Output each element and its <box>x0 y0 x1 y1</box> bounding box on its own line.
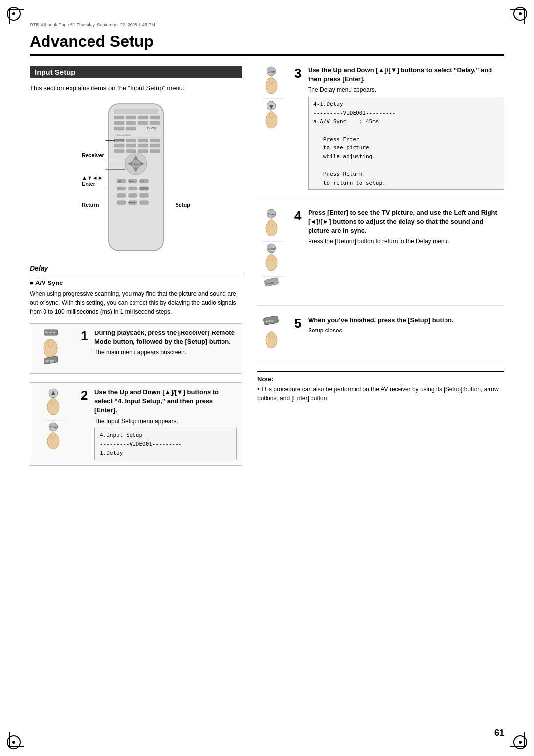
svg-point-81 <box>269 111 273 118</box>
corner-bl <box>9 732 24 747</box>
svg-point-67 <box>51 398 55 405</box>
step-2-bold: Use the Up and Down [▲]/[▼] buttons to s… <box>94 388 237 415</box>
svg-rect-43 <box>129 187 137 190</box>
svg-rect-27 <box>150 149 160 153</box>
svg-rect-6 <box>114 121 124 125</box>
svg-text:Muting: Muting <box>129 201 136 204</box>
corner-tr <box>510 9 525 24</box>
step-3-menu: 4-1.Delay ---------VIDEO01--------- a.A/… <box>308 97 504 190</box>
av-sync-title: A/V Sync <box>30 279 242 286</box>
step-2: Enter 2 Use the Up and Down [▲]/[▼] butt… <box>30 382 242 466</box>
remote-illustration: TV VOL Remote Mode Receiver <box>62 98 210 256</box>
svg-rect-22 <box>138 144 148 147</box>
step-5-icon: Setup <box>260 316 287 353</box>
svg-rect-17 <box>126 139 136 142</box>
svg-rect-19 <box>150 139 160 142</box>
step-5-content: 5 When you’ve finished, press the [Setup… <box>294 316 504 335</box>
svg-text:Remote Mode: Remote Mode <box>117 134 131 136</box>
step-1: Receiver Setup 1 During playback, press … <box>30 323 242 374</box>
svg-text:Enter: Enter <box>268 247 275 250</box>
arrows-label: ▲▼◄► Enter <box>82 175 103 187</box>
section-desc: This section explains items on the “Inpu… <box>30 84 242 92</box>
svg-rect-47 <box>129 194 137 198</box>
step-2-normal: The Input Setup menu appears. <box>94 417 237 425</box>
svg-text:Receiver: Receiver <box>115 140 124 142</box>
svg-rect-23 <box>150 144 160 147</box>
svg-rect-48 <box>140 194 149 198</box>
step-4-num: 4 <box>294 209 305 222</box>
step-3-normal: The Delay menu appears. <box>308 86 504 94</box>
av-sync-desc: When using progressive scanning, you may… <box>30 289 242 316</box>
page: DTR-4.6.book Page 61 Thursday, September… <box>0 0 534 756</box>
svg-rect-12 <box>126 127 136 130</box>
svg-point-76 <box>269 77 273 84</box>
step-2-num: 2 <box>81 389 91 402</box>
step-3-visual: Enter <box>257 66 289 130</box>
svg-rect-21 <box>126 144 136 147</box>
svg-rect-18 <box>138 139 148 142</box>
step-1-num: 1 <box>81 330 91 342</box>
step-3-bold: Use the Up and Down [▲]/[▼] buttons to s… <box>308 66 504 84</box>
svg-rect-11 <box>114 127 124 130</box>
svg-rect-2 <box>114 116 124 119</box>
right-column: Enter 3 Use the U <box>257 66 504 403</box>
delay-section: Delay A/V Sync When using progressive sc… <box>30 264 242 316</box>
note-title: Note: <box>257 376 504 383</box>
corner-br <box>510 732 525 747</box>
step-3-icon: Enter <box>260 66 287 130</box>
step-2-visual: Enter <box>35 388 75 452</box>
svg-text:Receiver: Receiver <box>45 331 57 334</box>
step-3-content: 3 Use the Up and Down [▲]/[▼] buttons to… <box>294 66 504 190</box>
svg-text:TV VOL: TV VOL <box>147 127 157 130</box>
step-2-icon: Enter <box>42 388 69 452</box>
svg-rect-14 <box>114 137 158 137</box>
setup-label: Setup <box>175 202 190 208</box>
content-columns: Input Setup This section explains items … <box>30 66 504 474</box>
step-4-visual: Enter Enter Return <box>257 208 289 297</box>
step-4-bold: Press [Enter] to see the TV picture, and… <box>308 208 504 236</box>
svg-text:CH: CH <box>118 180 121 183</box>
step-1-normal: The main menu appears onscreen. <box>94 348 237 357</box>
svg-text:Return: Return <box>118 188 125 190</box>
step-5-visual: Setup <box>257 316 289 353</box>
svg-rect-26 <box>138 149 148 153</box>
page-title: Advanced Setup <box>30 32 504 56</box>
step-2-menu: 4.Input Setup ---------VIDEO01--------- … <box>94 428 237 460</box>
svg-text:Enter: Enter <box>268 213 275 216</box>
note-text: • This procedure can also be performed o… <box>257 385 504 403</box>
svg-point-90 <box>269 254 273 261</box>
delay-title: Delay <box>30 264 242 274</box>
receiver-label: Receiver <box>82 152 104 158</box>
svg-rect-8 <box>138 121 148 125</box>
step-1-icon: Receiver Setup <box>42 329 69 368</box>
header-line: DTR-4.6.book Page 61 Thursday, September… <box>30 22 504 27</box>
step-5: Setup 5 When you’ve finished, press the … <box>257 316 504 361</box>
step-5-bold: When you’ve finished, press the [Setup] … <box>308 316 454 325</box>
note-box: Note: • This procedure can also be perfo… <box>257 371 504 403</box>
svg-text:Enter: Enter <box>129 180 134 183</box>
svg-rect-4 <box>138 116 148 119</box>
svg-text:VOL: VOL <box>140 180 145 183</box>
step-5-normal: Setup closes. <box>308 327 454 335</box>
step-4-content: 4 Press [Enter] to see the TV picture, a… <box>294 208 504 245</box>
step-4-icon: Enter Enter Return <box>260 208 287 297</box>
svg-rect-52 <box>140 201 149 205</box>
svg-rect-9 <box>150 121 160 125</box>
svg-rect-24 <box>114 149 124 153</box>
step-3: Enter 3 Use the U <box>257 66 504 198</box>
svg-rect-49 <box>117 201 126 205</box>
svg-point-72 <box>51 432 55 439</box>
svg-rect-1 <box>114 109 158 114</box>
svg-rect-25 <box>126 149 136 153</box>
section-header: Input Setup <box>30 66 242 78</box>
step-1-bold: During playback, press the [Receiver] Re… <box>94 329 237 346</box>
svg-rect-5 <box>150 116 160 119</box>
page-number: 61 <box>494 728 504 738</box>
left-column: Input Setup This section explains items … <box>30 66 242 474</box>
step-3-num: 3 <box>294 67 305 80</box>
svg-text:Enter: Enter <box>134 163 140 165</box>
svg-rect-3 <box>126 116 136 119</box>
svg-rect-20 <box>114 144 124 147</box>
step-4-normal: Press the [Return] button to return to t… <box>308 237 504 246</box>
svg-rect-7 <box>126 121 136 125</box>
